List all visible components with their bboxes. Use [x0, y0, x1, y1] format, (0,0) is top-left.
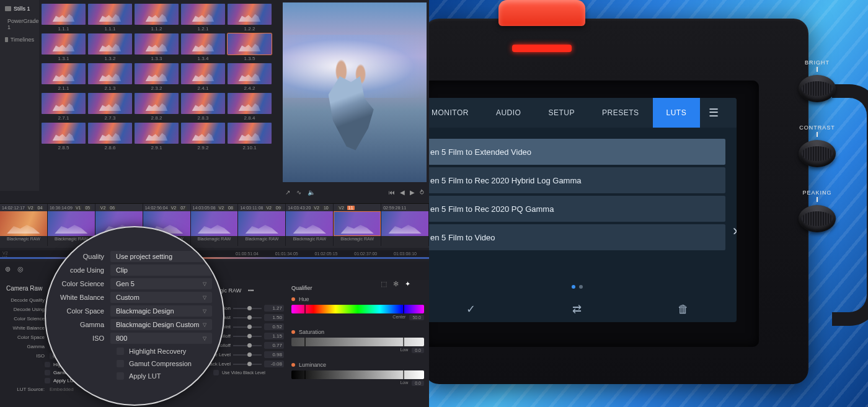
checkbox[interactable]	[117, 348, 124, 355]
timeline-clip[interactable]: 14:03:11:08V209 Blackmagic RAW	[238, 204, 286, 246]
still-thumbnail[interactable]: 2.4.2	[228, 63, 272, 91]
mag-dropdown[interactable]: Gen 5▽	[110, 278, 212, 289]
still-thumbnail[interactable]: 1.3.1	[42, 33, 86, 61]
play-icon[interactable]: ◀	[400, 189, 405, 196]
gamma-slider[interactable]	[233, 317, 262, 318]
gallery-item[interactable]: Timelines	[0, 33, 39, 46]
curves-icon[interactable]: ⊚	[5, 265, 14, 274]
qualifier-hue-bar[interactable]	[291, 305, 424, 313]
lcd-tab-luts[interactable]: LUTS	[653, 98, 701, 128]
mag-dropdown[interactable]: Clip	[110, 265, 212, 276]
loop-icon[interactable]: ⥁	[420, 189, 424, 196]
tally-button[interactable]	[498, 0, 585, 26]
swap-icon[interactable]: ⇄	[569, 302, 586, 316]
timeline-strip: 14:02:12:17V204 Blackmagic RAW 16:36:14:…	[0, 203, 429, 248]
spline-icon[interactable]: ∿	[296, 189, 301, 196]
lcd-tab-setup[interactable]: SETUP	[534, 98, 588, 128]
track-timeline[interactable]: V2 V1 01:00:51:0401:01:34:0501:02:05:150…	[0, 250, 429, 259]
still-thumbnail[interactable]: 2.7.3	[88, 93, 132, 121]
video-black-checkbox[interactable]	[213, 370, 219, 375]
magnifier-lens: QualityUse project settingcode UsingClip…	[45, 226, 224, 406]
camera-handle	[832, 84, 868, 326]
bright-dial[interactable]	[799, 75, 836, 102]
still-thumbnail[interactable]: 2.8.3	[181, 93, 225, 121]
still-thumbnail[interactable]: 2.9.2	[181, 123, 225, 151]
checkbox[interactable]	[45, 362, 50, 367]
viewer-image[interactable]	[283, 2, 427, 182]
peaking-dial[interactable]	[799, 205, 836, 232]
lut-item[interactable]: en 5 Film to Rec 2020 PQ Gamma	[429, 196, 725, 222]
gallery-item[interactable]: PowerGrade 1	[0, 15, 39, 33]
qualifier-lum-bar[interactable]	[291, 370, 424, 379]
camera-view: MONITORAUDIOSETUPPRESETSLUTS☰ en 5 Film …	[429, 0, 868, 407]
timeline-clip[interactable]: 14:03:43:20V210 Blackmagic RAW	[286, 204, 334, 246]
still-thumbnail[interactable]: 1.1.2	[135, 4, 179, 32]
still-thumbnail[interactable]: 2.8.2	[135, 93, 179, 121]
gamma-slider[interactable]	[233, 326, 262, 328]
still-thumbnail[interactable]: 2.4.1	[181, 63, 225, 91]
magic-icon[interactable]: ⬚	[381, 280, 387, 288]
gamma-slider[interactable]	[233, 345, 262, 346]
still-thumbnail[interactable]: 2.7.1	[42, 93, 86, 121]
still-thumbnail[interactable]: 1.3.5	[228, 33, 272, 61]
checkbox[interactable]	[45, 370, 50, 375]
gamma-slider[interactable]	[233, 354, 262, 356]
checkbox[interactable]	[45, 378, 50, 383]
still-thumbnail[interactable]: 2.8.4	[228, 93, 272, 121]
timeline-clip[interactable]: 02:59:28:11	[381, 204, 429, 246]
gallery-sidebar: Stills 1PowerGrade 1Timelines	[0, 0, 39, 191]
page-dots	[572, 285, 583, 289]
gamma-slider[interactable]	[233, 308, 262, 309]
still-thumbnail[interactable]: 2.10.1	[228, 123, 272, 151]
lut-item[interactable]: en 5 Film to Video	[429, 224, 725, 250]
tally-light	[512, 45, 572, 52]
timeline-clip[interactable]: 14:02:12:17V204 Blackmagic RAW	[0, 204, 48, 246]
mag-dropdown[interactable]: Blackmagic Design▽	[110, 305, 212, 317]
mag-dropdown[interactable]: Blackmagic Design Custom▽	[110, 319, 212, 330]
lut-item[interactable]: en 5 Film to Rec 2020 Hybrid Log Gamma	[429, 167, 725, 193]
still-thumbnail[interactable]: 1.3.2	[88, 33, 132, 61]
lcd-tab-audio[interactable]: AUDIO	[482, 98, 535, 128]
still-thumbnail[interactable]: 1.2.2	[228, 4, 272, 32]
lcd-tab-presets[interactable]: PRESETS	[588, 98, 653, 128]
mag-dropdown[interactable]: 800▽	[110, 333, 212, 344]
timeline-clip[interactable]: 14:03:05:08V208 Blackmagic RAW	[191, 204, 239, 246]
snow-icon[interactable]: ✻	[393, 280, 399, 288]
still-thumbnail[interactable]: 1.1.1	[42, 4, 86, 32]
gamma-slider[interactable]	[233, 364, 262, 365]
trash-icon[interactable]: 🗑	[675, 302, 692, 316]
settings-icon[interactable]: ☰	[700, 98, 728, 128]
still-thumbnail[interactable]: 2.8.5	[42, 123, 86, 151]
confirm-icon[interactable]: ✓	[463, 302, 480, 316]
picker-icon[interactable]: ✦	[405, 280, 410, 288]
still-thumbnail[interactable]: 2.3.2	[135, 63, 179, 91]
speaker-icon[interactable]: 🔈	[308, 189, 315, 196]
checkbox[interactable]	[117, 372, 124, 380]
timeline-clip[interactable]: V211 Blackmagic RAW	[334, 204, 381, 246]
lcd-tabs: MONITORAUDIOSETUPPRESETSLUTS☰	[429, 98, 737, 128]
contrast-dial[interactable]	[799, 140, 836, 167]
bypass-icon[interactable]: ↗	[285, 189, 290, 196]
next-page-icon[interactable]: ›	[733, 222, 737, 239]
still-thumbnail[interactable]: 2.8.6	[88, 123, 132, 151]
lcd-tab-monitor[interactable]: MONITOR	[429, 98, 482, 128]
wheels-icon[interactable]: ◎	[17, 265, 26, 274]
still-thumbnail[interactable]: 1.3.3	[135, 33, 179, 61]
lut-item[interactable]: en 5 Film to Extended Video	[429, 139, 725, 165]
prev-icon[interactable]: ⏮	[389, 189, 395, 196]
qualifier-sat-bar[interactable]	[291, 338, 424, 346]
mag-dropdown[interactable]: Use project setting	[110, 251, 212, 262]
gallery-item[interactable]: Stills 1	[0, 2, 39, 15]
qualifier-panel: Qualifier ⬚ ✻ ✦ Hue Center50.0 Saturatio…	[286, 281, 429, 407]
still-thumbnail[interactable]: 2.1.3	[88, 63, 132, 91]
gamma-slider[interactable]	[233, 336, 262, 337]
next-icon[interactable]: ▶	[410, 189, 415, 196]
still-thumbnail[interactable]: 1.1.1	[88, 4, 132, 32]
checkbox[interactable]	[117, 360, 124, 367]
still-thumbnail[interactable]: 2.9.1	[135, 123, 179, 151]
still-thumbnail[interactable]: 1.3.4	[181, 33, 225, 61]
mag-dropdown[interactable]: Custom▽	[110, 292, 212, 303]
still-thumbnail[interactable]: 1.2.1	[181, 4, 225, 32]
still-thumbnail[interactable]: 2.1.1	[42, 63, 86, 91]
stills-grid: 1.1.11.1.11.1.21.2.11.2.21.3.11.3.21.3.3…	[39, 0, 278, 201]
